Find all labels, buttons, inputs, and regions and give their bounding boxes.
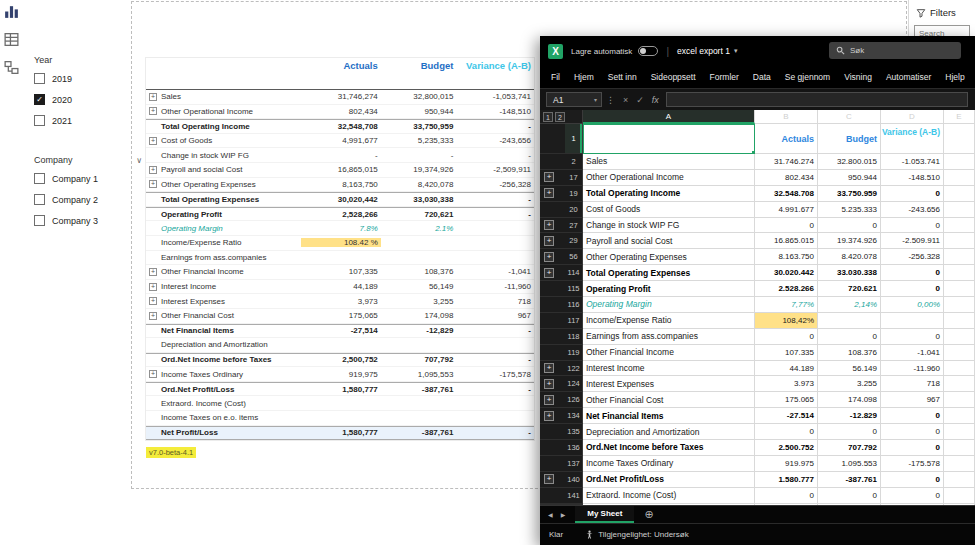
insert-function-icon[interactable]: fx <box>652 95 659 105</box>
confirm-entry-icon[interactable]: ✓ <box>636 95 644 105</box>
checkbox[interactable] <box>34 73 45 84</box>
cell-label[interactable]: Cost of Goods <box>583 202 755 218</box>
cell-E1[interactable] <box>944 124 975 154</box>
cell-label[interactable]: Operating Margin <box>583 297 755 313</box>
cell-actuals[interactable]: 16.865.015 <box>755 233 818 249</box>
sheet-nav-right-icon[interactable]: ▶ <box>561 511 566 518</box>
row-header-136[interactable]: 136 <box>565 440 583 456</box>
table-row[interactable]: Operating Margin7.8%2.1% <box>146 221 534 236</box>
cell-variance[interactable]: 0 <box>881 408 944 424</box>
cell-label[interactable]: Total Operating Income <box>583 186 755 202</box>
row-header-126[interactable]: 126 <box>565 392 583 408</box>
formula-input[interactable] <box>666 92 968 107</box>
table-row[interactable]: Change in stock WIP FG--- <box>146 148 534 163</box>
expand-icon[interactable]: + <box>149 137 157 145</box>
cell-label[interactable]: Interest Income <box>583 361 755 377</box>
checkbox[interactable] <box>34 194 45 205</box>
cell-budget[interactable]: 0 <box>818 218 881 234</box>
excel-titlebar[interactable]: X Lagre automatisk | excel export 1 ▾ Sø… <box>540 36 975 66</box>
table-row[interactable]: Operating Profit2,528,266720,621- <box>146 207 534 222</box>
cell-label[interactable]: Income/Expense Ratio <box>583 313 755 329</box>
cell-variance[interactable]: -148.510 <box>881 170 944 186</box>
name-box[interactable]: A1 ▾ <box>546 92 602 107</box>
cell-actuals[interactable]: 31.746.274 <box>755 154 818 170</box>
checkbox[interactable] <box>34 173 45 184</box>
cell-variance[interactable]: -2.509.911 <box>881 233 944 249</box>
cell-budget[interactable]: 32.800.015 <box>818 154 881 170</box>
table-row[interactable]: Ord.Net Income before Taxes2,500,752707,… <box>146 353 534 368</box>
cell-e[interactable] <box>944 440 975 456</box>
menu-fil[interactable]: Fil <box>544 72 567 82</box>
table-row[interactable]: Total Operating Income32,548,70833,750,9… <box>146 119 534 134</box>
checkbox[interactable] <box>34 115 45 126</box>
cell-variance[interactable]: 0 <box>881 218 944 234</box>
data-view-icon[interactable] <box>3 31 20 48</box>
expand-icon[interactable]: + <box>149 268 157 276</box>
expand-icon[interactable]: + <box>149 370 157 378</box>
row-header-119[interactable]: 119 <box>565 345 583 361</box>
cell-e[interactable] <box>944 361 975 377</box>
expand-group-button[interactable]: + <box>544 411 554 421</box>
cell-e[interactable] <box>944 202 975 218</box>
cell-e[interactable] <box>944 265 975 281</box>
cell-label[interactable]: Sales <box>583 154 755 170</box>
cell-variance[interactable]: 0 <box>881 488 944 504</box>
row-header-20[interactable]: 20 <box>565 202 583 218</box>
cell-variance[interactable]: -11.960 <box>881 361 944 377</box>
cell-budget[interactable]: 0 <box>818 488 881 504</box>
cell-D1[interactable]: Variance (A-B) <box>881 124 944 154</box>
row-header-137[interactable]: 137 <box>565 456 583 472</box>
table-row[interactable]: +Other Operating Expenses8,163,7508,420,… <box>146 178 534 193</box>
row-header-115[interactable]: 115 <box>565 281 583 297</box>
cell-variance[interactable]: 0 <box>881 186 944 202</box>
column-header-B[interactable]: B <box>755 110 818 124</box>
row-header-124[interactable]: 124 <box>565 376 583 392</box>
cell-actuals[interactable]: 802.434 <box>755 170 818 186</box>
column-header-C[interactable]: C <box>818 110 881 124</box>
cell-actuals[interactable]: 30.020.442 <box>755 265 818 281</box>
chevron-down-icon[interactable]: ∨ <box>136 156 142 165</box>
menu-data[interactable]: Data <box>746 72 778 82</box>
sheet-tab-active[interactable]: My Sheet <box>575 506 634 523</box>
cell-label[interactable]: Other Operating Expenses <box>583 249 755 265</box>
model-view-icon[interactable] <box>3 59 20 76</box>
cell-budget[interactable]: 33.750.959 <box>818 186 881 202</box>
cell-budget[interactable]: 707.792 <box>818 440 881 456</box>
row-header-29[interactable]: 29 <box>565 233 583 249</box>
cell-e[interactable] <box>944 281 975 297</box>
cell-e[interactable] <box>944 472 975 488</box>
table-row[interactable]: +Other Operational Income802,434950,944-… <box>146 105 534 120</box>
row-header-1[interactable]: 1 <box>565 124 583 154</box>
cell-actuals[interactable]: 4.991.677 <box>755 202 818 218</box>
cell-actuals[interactable]: 8.163.750 <box>755 249 818 265</box>
slicer-option[interactable]: Company 2 <box>34 189 144 210</box>
cell-label[interactable]: Interest Expenses <box>583 376 755 392</box>
cell-label[interactable]: Payroll and social Cost <box>583 233 755 249</box>
expand-icon[interactable]: + <box>149 297 157 305</box>
header-budget[interactable]: Budget <box>381 58 457 89</box>
cell-e[interactable] <box>944 297 975 313</box>
row-header-116[interactable]: 116 <box>565 297 583 313</box>
table-row[interactable]: Net Financial Items-27,514-12,829- <box>146 324 534 339</box>
cell-budget[interactable]: 0 <box>818 329 881 345</box>
table-row[interactable]: Net Profit/Loss1,580,777-387,761- <box>146 426 534 441</box>
table-row[interactable]: Total Operating Expenses30,020,44233,030… <box>146 192 534 207</box>
table-row[interactable]: Depreciation and Amortization <box>146 338 534 353</box>
cell-budget[interactable]: 2,14% <box>818 297 881 313</box>
cell-budget[interactable]: 8.420.078 <box>818 249 881 265</box>
cell-variance[interactable]: 0 <box>881 281 944 297</box>
cell-variance[interactable]: 967 <box>881 392 944 408</box>
cell-budget[interactable] <box>818 313 881 329</box>
cell-variance[interactable]: -1.041 <box>881 345 944 361</box>
cell-e[interactable] <box>944 154 975 170</box>
table-row[interactable]: +Payroll and social Cost16,865,01519,374… <box>146 163 534 178</box>
cell-e[interactable] <box>944 186 975 202</box>
cancel-entry-icon[interactable]: × <box>623 95 628 105</box>
cell-variance[interactable]: -175.578 <box>881 456 944 472</box>
expand-group-button[interactable]: + <box>544 172 554 182</box>
menu-automatiser[interactable]: Automatiser <box>879 72 938 82</box>
column-header-D[interactable]: D <box>881 110 944 124</box>
cell-actuals[interactable]: 175.065 <box>755 392 818 408</box>
table-row[interactable]: Income Taxes on e.o. items <box>146 411 534 426</box>
cell-C1[interactable]: Budget <box>818 124 881 154</box>
